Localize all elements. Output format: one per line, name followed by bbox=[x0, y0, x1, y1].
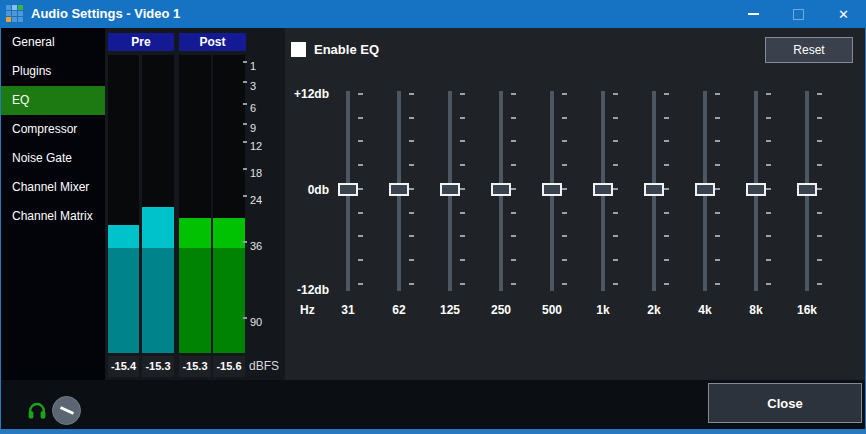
eq-slider-handle[interactable] bbox=[542, 183, 562, 196]
eq-slider-handle[interactable] bbox=[695, 183, 715, 196]
meter-bar-post-right bbox=[213, 55, 245, 353]
close-button[interactable]: Close bbox=[708, 383, 862, 423]
headphones-icon[interactable] bbox=[27, 401, 47, 421]
eq-slider-ticks bbox=[766, 93, 771, 287]
meter-reading-pre-left: -15.4 bbox=[108, 356, 139, 377]
meter-scale-label: 18 bbox=[250, 166, 280, 180]
meter-scale-label: 3 bbox=[250, 79, 280, 93]
meter-scale-label: 12 bbox=[250, 139, 280, 153]
meter-scale-label: 24 bbox=[250, 193, 280, 207]
app-logo-icon bbox=[6, 5, 24, 23]
meter-bar-pre-right bbox=[142, 55, 174, 353]
sidebar-item-compressor[interactable]: Compressor bbox=[1, 115, 105, 144]
meter-scale-label: 6 bbox=[250, 101, 280, 115]
eq-slider-ticks bbox=[460, 93, 465, 287]
pre-meter-header: Pre bbox=[108, 33, 174, 51]
eq-band-slider-4k bbox=[693, 28, 723, 328]
window-border-bottom bbox=[0, 429, 866, 434]
minimize-button[interactable] bbox=[731, 0, 776, 28]
maximize-icon bbox=[793, 9, 804, 20]
eq-slider-ticks bbox=[715, 93, 720, 287]
eq-slider-ticks bbox=[511, 93, 516, 287]
meter-reading-post-left: -15.3 bbox=[179, 356, 211, 377]
footer: Close bbox=[1, 380, 865, 429]
sidebar-item-plugins[interactable]: Plugins bbox=[1, 57, 105, 86]
eq-band-slider-500 bbox=[540, 28, 570, 328]
eq-band-slider-62 bbox=[387, 28, 417, 328]
eq-freq-label: 500 bbox=[537, 303, 567, 317]
eq-gain-max-label: +12db bbox=[285, 87, 329, 101]
eq-band-slider-31 bbox=[336, 28, 366, 328]
eq-freq-label: 16k bbox=[792, 303, 822, 317]
sidebar-item-general[interactable]: General bbox=[1, 28, 105, 57]
eq-gain-min-label: -12db bbox=[285, 283, 329, 297]
eq-slider-ticks bbox=[358, 93, 363, 287]
meter-reading-post-right: -15.6 bbox=[213, 356, 245, 377]
eq-slider-handle[interactable] bbox=[746, 183, 766, 196]
eq-band-slider-8k bbox=[744, 28, 774, 328]
eq-freq-label: 1k bbox=[588, 303, 618, 317]
meter-bar-pre-left bbox=[108, 55, 139, 353]
eq-slider-ticks bbox=[562, 93, 567, 287]
eq-slider-ticks bbox=[613, 93, 618, 287]
eq-panel: Enable EQ Reset +12db 0db -12db Hz bbox=[285, 28, 865, 380]
sidebar-item-eq[interactable]: EQ bbox=[1, 86, 105, 115]
post-meter-header: Post bbox=[179, 33, 246, 51]
eq-band-slider-250 bbox=[489, 28, 519, 328]
minimize-icon bbox=[748, 13, 759, 15]
eq-slider-ticks bbox=[664, 93, 669, 287]
eq-freq-label: 62 bbox=[384, 303, 414, 317]
eq-gain-zero-label: 0db bbox=[285, 183, 329, 197]
headphone-volume-knob[interactable] bbox=[52, 396, 81, 425]
eq-freq-label: 2k bbox=[639, 303, 669, 317]
eq-freq-label: 125 bbox=[435, 303, 465, 317]
sidebar-item-noise-gate[interactable]: Noise Gate bbox=[1, 144, 105, 173]
maximize-button bbox=[776, 0, 821, 28]
meter-scale-label: 90 bbox=[250, 315, 280, 329]
eq-band-slider-1k bbox=[591, 28, 621, 328]
sidebar-item-channel-matrix[interactable]: Channel Matrix bbox=[1, 202, 105, 231]
eq-freq-label: 8k bbox=[741, 303, 771, 317]
eq-slider-handle[interactable] bbox=[797, 183, 817, 196]
eq-hz-label: Hz bbox=[300, 303, 315, 317]
enable-eq-checkbox[interactable] bbox=[291, 42, 306, 57]
eq-freq-label: 31 bbox=[333, 303, 363, 317]
eq-band-slider-125 bbox=[438, 28, 468, 328]
eq-slider-ticks bbox=[409, 93, 414, 287]
titlebar[interactable]: Audio Settings - Video 1 bbox=[0, 0, 866, 28]
eq-slider-ticks bbox=[817, 93, 822, 287]
meter-reading-pre-right: -15.3 bbox=[142, 356, 174, 377]
window-border-left bbox=[0, 28, 1, 429]
eq-band-slider-2k bbox=[642, 28, 672, 328]
eq-slider-handle[interactable] bbox=[338, 183, 358, 196]
meter-bar-post-left bbox=[179, 55, 211, 353]
eq-slider-handle[interactable] bbox=[593, 183, 613, 196]
eq-slider-handle[interactable] bbox=[491, 183, 511, 196]
meter-panel: Pre Post 1 3 6 9 12 18 24 36 90 -15.4 -1… bbox=[105, 28, 285, 380]
close-window-button[interactable] bbox=[821, 0, 866, 28]
meter-scale-label: 1 bbox=[250, 59, 280, 73]
knob-pointer-icon bbox=[53, 397, 80, 424]
meter-unit-label: dBFS bbox=[249, 359, 279, 373]
eq-slider-handle[interactable] bbox=[644, 183, 664, 196]
audio-settings-window: Audio Settings - Video 1 General Plugins… bbox=[0, 0, 866, 434]
meter-scale-label: 9 bbox=[250, 121, 280, 135]
eq-band-slider-16k bbox=[795, 28, 825, 328]
close-icon bbox=[838, 5, 849, 23]
eq-freq-label: 250 bbox=[486, 303, 516, 317]
eq-slider-handle[interactable] bbox=[389, 183, 409, 196]
sidebar-item-channel-mixer[interactable]: Channel Mixer bbox=[1, 173, 105, 202]
sidebar: General Plugins EQ Compressor Noise Gate… bbox=[1, 28, 105, 380]
eq-slider-handle[interactable] bbox=[440, 183, 460, 196]
eq-freq-label: 4k bbox=[690, 303, 720, 317]
meter-scale-label: 36 bbox=[250, 239, 280, 253]
window-title: Audio Settings - Video 1 bbox=[31, 0, 180, 28]
